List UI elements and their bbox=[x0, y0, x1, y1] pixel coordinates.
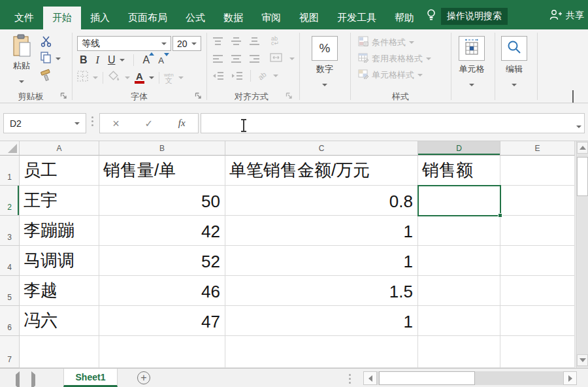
cell-c1[interactable]: 单笔销售金额/万元 bbox=[225, 156, 418, 186]
horizontal-scroll-thumb[interactable] bbox=[379, 371, 475, 385]
phonetic-dropdown-icon[interactable] bbox=[178, 76, 184, 79]
cell-e5[interactable] bbox=[500, 276, 575, 306]
paste-button[interactable]: 粘贴 bbox=[5, 34, 38, 86]
cell-a3[interactable]: 李蹦蹦 bbox=[20, 216, 99, 246]
editing-button[interactable]: 编辑 bbox=[499, 36, 529, 89]
cell-a5[interactable]: 李越 bbox=[20, 276, 99, 306]
cell-b5[interactable]: 46 bbox=[99, 276, 225, 306]
column-header-b[interactable]: B bbox=[99, 141, 225, 156]
scroll-right-button[interactable] bbox=[563, 371, 577, 385]
row-header-5[interactable]: 5 bbox=[0, 276, 20, 306]
cell-b2[interactable]: 50 bbox=[99, 186, 225, 216]
cell-c3[interactable]: 1 bbox=[225, 216, 418, 246]
cell-d4[interactable] bbox=[418, 246, 500, 276]
conditional-formatting-button[interactable]: 条件格式 bbox=[358, 36, 414, 48]
row-header-1[interactable]: 1 bbox=[0, 156, 20, 186]
tab-data[interactable]: 数据 bbox=[214, 7, 252, 29]
cell-c4[interactable]: 1 bbox=[225, 246, 418, 276]
tab-view[interactable]: 视图 bbox=[290, 7, 328, 29]
copy-dropdown-icon[interactable] bbox=[56, 58, 61, 60]
bold-button[interactable]: B bbox=[80, 54, 88, 66]
align-left-icon[interactable] bbox=[212, 54, 223, 63]
insert-function-button[interactable]: fx bbox=[178, 118, 186, 129]
cell-b7[interactable] bbox=[99, 336, 225, 368]
cell-d1[interactable]: 销售额 bbox=[418, 156, 500, 186]
wrap-text-button[interactable]: ab c↵ bbox=[271, 37, 279, 46]
row-header-3[interactable]: 3 bbox=[0, 216, 20, 246]
scroll-down-button[interactable] bbox=[577, 354, 588, 366]
cut-button[interactable] bbox=[41, 36, 53, 50]
row-header-2-selected[interactable]: 2 bbox=[0, 186, 20, 216]
new-sheet-button[interactable]: + bbox=[137, 371, 150, 384]
cell-e7[interactable] bbox=[500, 336, 575, 368]
editing-dropdown-icon[interactable] bbox=[512, 84, 517, 86]
cell-d6[interactable] bbox=[418, 306, 500, 336]
number-format-button[interactable]: % 数字 bbox=[310, 36, 340, 89]
cell-a2[interactable]: 王宇 bbox=[20, 186, 99, 216]
tab-review[interactable]: 审阅 bbox=[252, 7, 290, 29]
merge-center-icon[interactable] bbox=[270, 53, 282, 65]
cell-e3[interactable] bbox=[500, 216, 575, 246]
sheet-tab-sheet1[interactable]: Sheet1 bbox=[63, 369, 118, 387]
borders-icon[interactable] bbox=[77, 71, 88, 84]
row-header-7[interactable]: 7 bbox=[0, 336, 20, 368]
italic-button[interactable]: I bbox=[96, 54, 99, 66]
font-name-combo[interactable]: 等线 bbox=[77, 36, 171, 51]
clipboard-dialog-launcher-icon[interactable] bbox=[60, 92, 67, 99]
column-header-a[interactable]: A bbox=[20, 141, 99, 156]
cell-c2[interactable]: 0.8 bbox=[225, 186, 418, 216]
column-header-e[interactable]: E bbox=[500, 141, 575, 156]
prev-sheet-button[interactable] bbox=[16, 375, 20, 386]
cell-a4[interactable]: 马调调 bbox=[20, 246, 99, 276]
orientation-dropdown-icon[interactable] bbox=[273, 75, 278, 77]
fill-handle[interactable] bbox=[498, 213, 502, 218]
align-top-icon[interactable] bbox=[212, 37, 223, 46]
decrease-indent-icon[interactable] bbox=[212, 71, 224, 80]
cell-e4[interactable] bbox=[500, 246, 575, 276]
number-dropdown-icon[interactable] bbox=[322, 84, 327, 86]
next-sheet-button[interactable] bbox=[31, 375, 35, 386]
cell-b6[interactable]: 47 bbox=[99, 306, 225, 336]
cell-e1[interactable] bbox=[500, 156, 575, 186]
font-color-dropdown-icon[interactable] bbox=[149, 76, 154, 79]
format-as-table-button[interactable]: 套用表格格式 bbox=[358, 52, 431, 65]
name-box-dropdown-icon[interactable] bbox=[74, 122, 80, 125]
column-header-c[interactable]: C bbox=[225, 141, 418, 156]
decrease-font-button[interactable]: A bbox=[158, 54, 164, 66]
tab-insert[interactable]: 插入 bbox=[81, 7, 119, 29]
cell-styles-button[interactable]: 单元格样式 bbox=[358, 69, 423, 81]
cell-c5[interactable]: 1.5 bbox=[225, 276, 418, 306]
tab-file[interactable]: 文件 bbox=[5, 7, 43, 29]
cell-e2[interactable] bbox=[500, 186, 575, 216]
fill-color-dropdown-icon[interactable] bbox=[125, 76, 130, 79]
row-header-6[interactable]: 6 bbox=[0, 306, 20, 336]
increase-font-button[interactable]: A bbox=[142, 54, 150, 66]
font-color-button[interactable]: A bbox=[135, 72, 144, 84]
cell-b4[interactable]: 52 bbox=[99, 246, 225, 276]
underline-dropdown-icon[interactable] bbox=[120, 59, 125, 61]
format-painter-button[interactable] bbox=[39, 69, 52, 84]
cell-c7[interactable] bbox=[225, 336, 418, 368]
vertical-scrollbar[interactable] bbox=[576, 141, 588, 368]
tab-page-layout[interactable]: 页面布局 bbox=[119, 7, 176, 29]
tab-formulas[interactable]: 公式 bbox=[176, 7, 214, 29]
cell-d5[interactable] bbox=[418, 276, 500, 306]
increase-indent-icon[interactable] bbox=[231, 71, 243, 80]
tab-help[interactable]: 帮助 bbox=[385, 7, 423, 29]
horizontal-scrollbar[interactable] bbox=[363, 371, 577, 385]
cell-c6[interactable]: 1 bbox=[225, 306, 418, 336]
tell-me-search[interactable]: 操作说明搜索 bbox=[426, 8, 508, 25]
formula-input[interactable] bbox=[201, 113, 585, 133]
tab-home[interactable]: 开始 bbox=[43, 7, 81, 29]
cell-a1[interactable]: 员工 bbox=[20, 156, 99, 186]
scroll-left-button[interactable] bbox=[363, 371, 377, 385]
cells-dropdown-icon[interactable] bbox=[469, 84, 474, 86]
phonetic-guide-button[interactable]: wén 文 bbox=[164, 73, 174, 83]
column-header-d-selected[interactable]: D bbox=[418, 141, 500, 156]
tab-scroll-split-grip[interactable] bbox=[349, 374, 351, 384]
scroll-up-button[interactable] bbox=[577, 142, 588, 154]
formula-bar-grip[interactable] bbox=[91, 116, 93, 126]
cell-e6[interactable] bbox=[500, 306, 575, 336]
enter-button[interactable]: ✓ bbox=[145, 118, 154, 129]
align-right-icon[interactable] bbox=[249, 54, 260, 63]
